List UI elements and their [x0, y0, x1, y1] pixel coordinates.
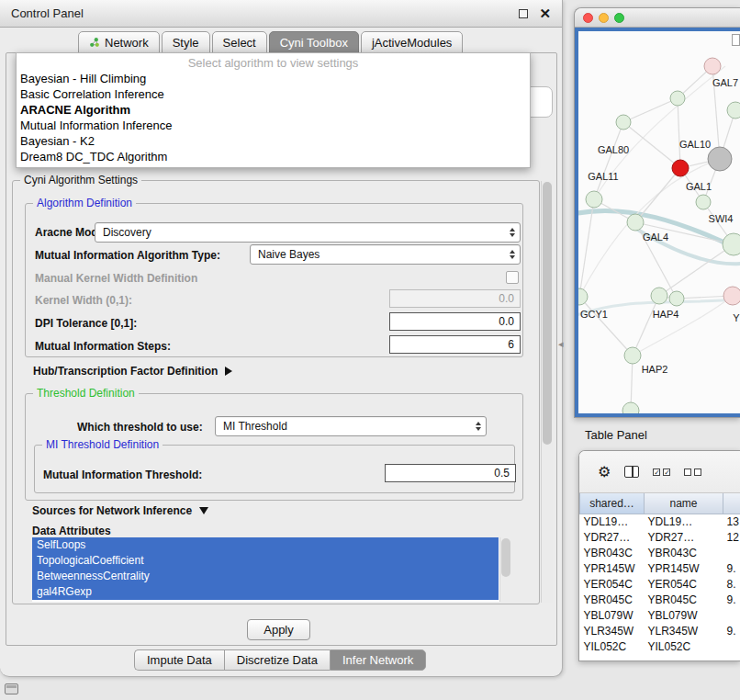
tab-jactivemodules[interactable]: jActiveModules: [361, 31, 463, 53]
bottom-tab-bar: Impute DataDiscretize DataInfer Network: [134, 649, 426, 671]
bottom-tab-discretize-data[interactable]: Discretize Data: [224, 649, 330, 671]
unchecked-box-icon: [694, 469, 701, 476]
close-traffic-light[interactable]: [583, 13, 593, 23]
settings-scrollbar[interactable]: [541, 181, 553, 603]
table-cell: YBL079W: [645, 607, 723, 623]
deselect-all-columns-icon[interactable]: [684, 469, 701, 476]
network-node-gal80[interactable]: [616, 115, 631, 130]
algorithm-option[interactable]: Mutual Information Inference: [17, 118, 530, 133]
table-cell: YBL079W: [580, 607, 645, 623]
hub-factor-section-toggle[interactable]: Hub/Transcription Factor Definition: [33, 365, 232, 378]
tab-cyni-toolbox[interactable]: Cyni Toolbox: [269, 31, 359, 53]
splitter-handle[interactable]: ◂: [558, 338, 564, 350]
network-node-pinkright[interactable]: [723, 287, 740, 305]
collapsed-arrow-icon: [225, 367, 232, 376]
show-columns-icon[interactable]: [624, 466, 639, 478]
which-threshold-value: MI Threshold: [223, 420, 287, 433]
table-settings-gear-icon[interactable]: ⚙: [598, 465, 611, 480]
data-attribute-item[interactable]: SelfLoops: [32, 537, 499, 553]
network-canvas[interactable]: GAL7GAL80GAL10GAL11GAL1SWI4GAL4GCY1HAP4Y…: [575, 28, 740, 417]
tab-network[interactable]: Network: [78, 31, 160, 53]
column-header[interactable]: shared…: [580, 493, 645, 514]
network-node-gtop[interactable]: [727, 102, 740, 119]
table-row[interactable]: YBR043CYBR043C: [580, 545, 740, 560]
network-node-gal10[interactable]: [708, 147, 732, 171]
zoom-traffic-light[interactable]: [614, 13, 624, 23]
table-cell: YLR345W: [645, 623, 723, 638]
network-node-hap4[interactable]: [651, 288, 667, 304]
mi-steps-input[interactable]: [389, 335, 521, 354]
dpi-tolerance-input[interactable]: [389, 312, 521, 331]
table-cell: YDL19…: [580, 514, 645, 529]
data-attribute-item[interactable]: TopologicalCoefficient: [32, 553, 499, 569]
algorithm-option[interactable]: Basic Correlation Inference: [17, 86, 530, 102]
attributes-scrollbar[interactable]: [499, 537, 511, 602]
network-icon: [89, 37, 100, 48]
table-row[interactable]: YIL052CYIL052C: [580, 638, 740, 654]
minimize-traffic-light[interactable]: [599, 13, 609, 23]
threshold-definition-title: Threshold Definition: [33, 387, 139, 400]
which-threshold-select[interactable]: MI Threshold: [215, 416, 487, 436]
column-header[interactable]: [723, 493, 740, 514]
apply-button[interactable]: Apply: [247, 619, 310, 640]
network-edge[interactable]: [635, 168, 680, 222]
algorithm-option[interactable]: ARACNE Algorithm: [17, 102, 530, 118]
table-row[interactable]: YBR045CYBR045C9.: [580, 592, 740, 607]
network-node-g1[interactable]: [670, 91, 685, 106]
network-edge[interactable]: [623, 98, 678, 122]
network-window-titlebar: [575, 8, 740, 28]
mi-threshold-input[interactable]: [385, 464, 516, 482]
sources-label: Sources for Network Inference: [32, 504, 192, 517]
node-label: SWI4: [709, 213, 734, 224]
canvas-scrollbar-button[interactable]: [732, 34, 740, 46]
algorithm-option[interactable]: Dream8 DC_TDC Algorithm: [17, 149, 530, 164]
network-edge[interactable]: [678, 98, 680, 168]
aracne-mode-select[interactable]: Discovery: [95, 222, 521, 243]
table-row[interactable]: YDL19…YDL19…13: [580, 514, 740, 529]
table-row[interactable]: YER054CYER054C8.: [580, 576, 740, 592]
network-edge[interactable]: [594, 122, 623, 199]
bottom-tab-impute-data[interactable]: Impute Data: [134, 649, 224, 671]
table-row[interactable]: YBL079WYBL079W: [580, 607, 740, 623]
algorithm-option[interactable]: Bayesian - Hill Climbing: [17, 71, 530, 86]
table-cell: YBR043C: [645, 545, 723, 560]
network-node-bigright[interactable]: [723, 233, 740, 255]
tab-label: jActiveModules: [372, 36, 452, 50]
close-icon[interactable]: ✕: [539, 9, 551, 18]
network-node-gal4[interactable]: [627, 214, 644, 231]
sources-section-toggle[interactable]: Sources for Network Inference: [32, 504, 208, 517]
data-attribute-item[interactable]: gal4RGexp: [32, 584, 499, 600]
network-node-red1[interactable]: [672, 160, 689, 176]
restore-panel-icon[interactable]: [5, 683, 18, 694]
node-label: HAP4: [653, 309, 679, 320]
network-node-gal11[interactable]: [586, 191, 602, 208]
network-edge[interactable]: [659, 244, 734, 296]
settings-scrollbar-thumb[interactable]: [543, 182, 552, 445]
algorithm-option[interactable]: Bayesian - K2: [17, 133, 530, 149]
table-row[interactable]: YLR345WYLR345W9.: [580, 623, 740, 638]
select-all-columns-icon[interactable]: ✓ ✓: [653, 469, 670, 476]
table-cell: YBR045C: [580, 592, 645, 607]
tab-style[interactable]: Style: [162, 31, 210, 53]
network-node-mid[interactable]: [669, 291, 684, 306]
manual-kernel-checkbox[interactable]: [506, 271, 519, 284]
data-attributes-list: SelfLoopsTopologicalCoefficientBetweenne…: [32, 537, 511, 602]
tab-select[interactable]: Select: [212, 31, 267, 53]
network-node-bottom1[interactable]: [622, 402, 639, 415]
aracne-mode-value: Discovery: [103, 226, 151, 239]
table-cell: 9.: [723, 592, 740, 607]
float-window-icon[interactable]: [519, 9, 528, 18]
column-header[interactable]: name: [645, 493, 723, 514]
network-node-gal1[interactable]: [696, 195, 711, 209]
network-node-hap2[interactable]: [624, 347, 641, 364]
attributes-scrollbar-thumb[interactable]: [501, 538, 510, 577]
bottom-tab-infer-network[interactable]: Infer Network: [330, 649, 426, 671]
table-row[interactable]: YPR145WYPR145W9.: [580, 560, 740, 576]
mi-type-select[interactable]: Naive Bayes: [250, 244, 521, 265]
table-cell: YER054C: [645, 576, 723, 592]
table-row[interactable]: YDR27…YDR27…12: [580, 529, 740, 545]
network-node-pink_top[interactable]: [704, 58, 721, 74]
bottom-tab-label: Impute Data: [147, 653, 212, 667]
data-attribute-item[interactable]: BetweennessCentrality: [32, 569, 499, 584]
network-node-gcy1[interactable]: [578, 288, 588, 305]
